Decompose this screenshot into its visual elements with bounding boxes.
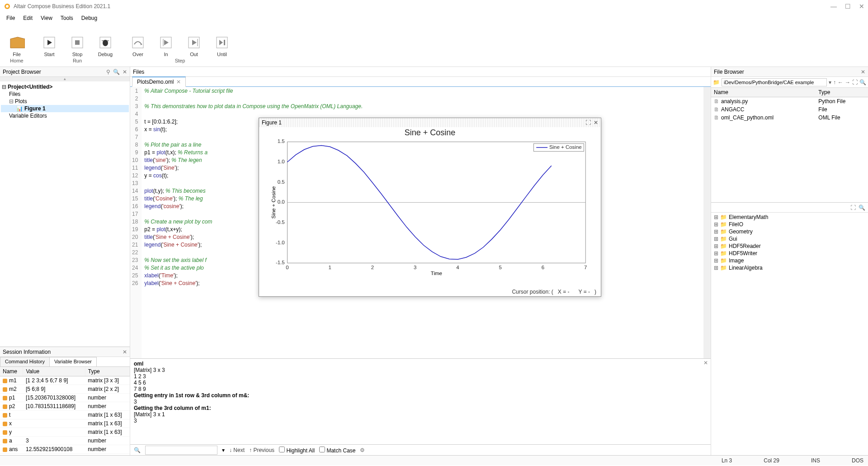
file-row[interactable]: 🗎ANGACCFile [711,105,868,114]
match-case[interactable]: Match Case [319,447,355,454]
step-until-button[interactable]: Until [209,25,235,57]
step-out-button[interactable]: Out [181,25,207,57]
statusbar: Ln 3 Col 29 INS DOS [0,455,868,465]
fb-col-type[interactable]: Type [816,88,868,97]
search-icon[interactable]: 🔍 [859,79,866,86]
menu-view[interactable]: View [37,14,56,22]
lib-item[interactable]: ⊞📁LinearAlgebra [712,264,867,271]
tree-files[interactable]: Files [1,90,129,98]
lib-item[interactable]: ⊞📁HDF5Reader [712,243,867,250]
pin-icon[interactable]: ⚲ [106,69,110,75]
svg-text:5: 5 [499,265,502,270]
figure-titlebar[interactable]: Figure 1 ⛶ ✕ [259,118,601,127]
file-button[interactable]: File [4,25,30,57]
expand-icon[interactable]: ⛶ [850,204,856,211]
tab-command-history[interactable]: Command History [0,357,50,366]
variable-row[interactable]: m2[5 6;8 9]matrix [2 x 2] [0,385,130,394]
svg-rect-20 [224,40,225,45]
variable-row[interactable]: p1[15.2036701328008]number [0,394,130,402]
up-icon[interactable]: ↑ [833,79,836,86]
project-browser-header: Project Browser ⚲ 🔍 ✕ [0,67,130,77]
svg-text:4: 4 [456,265,459,270]
start-button[interactable]: Start [36,25,62,57]
figure-maximize-icon[interactable]: ⛶ [585,119,591,126]
app-title: Altair Compose Business Edition 2021.1 [14,3,110,10]
expand-icon[interactable]: ⛶ [852,79,858,86]
maximize-button[interactable]: ☐ [845,3,851,10]
variable-row[interactable]: a3number [0,437,130,445]
lib-item[interactable]: ⊞📁Geometry [712,228,867,235]
menu-debug[interactable]: Debug [78,14,101,22]
panel-close-icon[interactable]: ✕ [123,349,127,355]
step-over-button[interactable]: Over [125,25,151,57]
svg-text:2: 2 [371,265,374,270]
file-browser-header: File Browser ✕ [711,67,868,77]
lib-item[interactable]: ⊞📁ElementaryMath [712,214,867,221]
variable-row[interactable]: ans12.5529215900108number [0,445,130,454]
col-value[interactable]: Value [23,367,85,376]
tree-figure1[interactable]: 📊Figure 1 [1,105,129,112]
home-group-label: Home [10,58,23,63]
search-icon[interactable]: 🔍 [113,69,120,75]
tree-plots[interactable]: ⊟Plots [1,98,129,105]
col-name[interactable]: Name [0,367,23,376]
svg-text:-0.5: -0.5 [276,219,285,225]
highlight-all[interactable]: Highlight All [279,447,315,454]
options-icon[interactable]: ⚙ [360,447,365,453]
step-over-icon [130,34,146,51]
fwd-icon[interactable]: → [845,79,850,86]
search-icon[interactable]: 🔍 [134,447,141,453]
dropdown-icon[interactable]: ▾ [222,447,225,453]
menu-tools[interactable]: Tools [57,14,77,22]
find-prev[interactable]: ↑ Previous [249,447,274,453]
path-dropdown-icon[interactable]: ▾ [829,79,831,86]
col-type[interactable]: Type [85,367,129,376]
file-tab[interactable]: PlotsDemo.oml ✕ [132,76,186,87]
variable-row[interactable]: tmatrix [1 x 63] [0,411,130,419]
debug-button[interactable]: Debug [92,25,118,57]
search-icon[interactable]: 🔍 [859,204,865,211]
tab-variable-browser[interactable]: Variable Browser [49,357,97,366]
close-button[interactable]: ✕ [859,3,864,10]
panel-close-icon[interactable]: ✕ [123,69,127,75]
tree-vareditors[interactable]: Variable Editors [1,112,129,119]
variable-row[interactable]: ymatrix [1 x 63] [0,428,130,437]
file-browser-title: File Browser [714,69,744,75]
tree-root[interactable]: ⊟Project<Untitled> [1,83,129,90]
menu-file[interactable]: File [3,14,19,22]
tree-collapse-bar[interactable]: ▴ [0,77,130,81]
file-row[interactable]: 🗎oml_CAE_python.omlOML File [711,114,868,122]
console-close-icon[interactable]: ✕ [703,360,708,366]
svg-rect-6 [75,40,80,45]
figure-close-icon[interactable]: ✕ [594,119,598,126]
find-next[interactable]: ↓ Next [229,447,245,453]
panel-close-icon[interactable]: ✕ [861,69,865,75]
step-in-button[interactable]: In [153,25,179,57]
lib-item[interactable]: ⊞📁Image [712,257,867,264]
library-tree: ⊞📁ElementaryMath⊞📁FileIO⊞📁Geometry⊞📁Gui⊞… [711,213,868,455]
file-tab-label: PlotsDemo.oml [137,79,174,85]
file-row[interactable]: 🗎analysis.pyPython File [711,97,868,106]
close-tab-icon[interactable]: ✕ [176,79,181,85]
back-icon[interactable]: ← [838,79,843,86]
step-until-icon [214,34,230,51]
lib-item[interactable]: ⊞📁HDF5Writer [712,250,867,257]
fb-col-name[interactable]: Name [711,88,816,97]
figure-window[interactable]: Figure 1 ⛶ ✕ Sine + Cosine 01234567-1.5-… [259,118,601,297]
play-icon [41,34,57,51]
editor-scrollbar[interactable] [703,87,711,358]
stop-button[interactable]: Stop [64,25,90,57]
find-input[interactable] [145,446,217,455]
path-input[interactable] [722,78,827,86]
variable-row[interactable]: m1[1 2 3;4 5 6;7 8 9]matrix [3 x 3] [0,376,130,385]
lib-item[interactable]: ⊞📁FileIO [712,221,867,228]
variable-row[interactable]: xmatrix [1 x 63] [0,419,130,428]
lib-item[interactable]: ⊞📁Gui [712,235,867,243]
plot-footer: Cursor position: ( X = - Y = - ) [259,287,601,296]
variable-row[interactable]: p2[10.7831531118689]number [0,402,130,411]
minimize-button[interactable]: — [830,3,837,10]
menu-edit[interactable]: Edit [19,14,36,22]
find-bar: 🔍 ▾ ↓ Next ↑ Previous Highlight All Matc… [130,444,711,455]
console[interactable]: ✕ oml[Matrix] 3 x 31 2 34 5 67 8 9Gettin… [130,358,711,444]
svg-text:1: 1 [329,265,331,270]
